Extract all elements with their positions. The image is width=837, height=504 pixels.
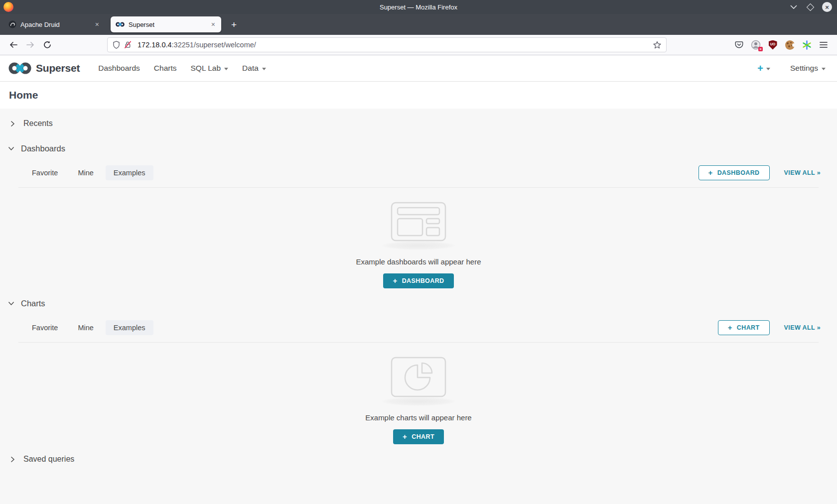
minimize-button[interactable] (789, 2, 798, 11)
chevron-down-icon (8, 301, 14, 306)
icon-shadow (381, 397, 456, 406)
caret-down-icon (224, 68, 228, 70)
tab-mine[interactable]: Mine (70, 165, 101, 180)
dashboards-subtabs: Favorite Mine Examples (24, 165, 153, 180)
cookie-extension-icon[interactable] (781, 37, 798, 52)
caret-down-icon (262, 68, 266, 70)
saved-queries-label: Saved queries (23, 455, 74, 464)
plus-icon: + (728, 324, 732, 331)
settings-menu[interactable]: Settings (790, 64, 826, 73)
chevron-down-icon (8, 146, 14, 151)
charts-actions: + CHART VIEW ALL » (718, 320, 821, 335)
recents-section-toggle[interactable]: Recents (0, 117, 837, 130)
close-button[interactable]: × (822, 2, 832, 12)
nav-charts[interactable]: Charts (147, 55, 184, 81)
reload-button[interactable] (39, 37, 56, 52)
forward-button[interactable] (22, 37, 39, 52)
insecure-lock-icon[interactable] (124, 41, 132, 49)
dashboards-actions: + DASHBOARD VIEW ALL » (698, 165, 821, 180)
tab-close-icon[interactable]: × (94, 21, 100, 28)
back-button[interactable] (5, 37, 22, 52)
dashboards-view-all-link[interactable]: VIEW ALL » (784, 169, 821, 176)
charts-toolbar: Favorite Mine Examples + CHART VIEW ALL … (0, 320, 837, 335)
chevron-right-icon (10, 121, 15, 127)
new-chart-button[interactable]: + CHART (718, 320, 770, 335)
tab-label: Superset (129, 21, 154, 28)
toolbar-extensions: × UO (730, 37, 832, 52)
menu-hamburger-icon[interactable] (815, 37, 832, 52)
superset-logo-icon (8, 61, 31, 75)
tab-apache-druid[interactable]: Apache Druid × (3, 16, 105, 32)
bookmark-star-icon[interactable] (653, 41, 661, 49)
plus-icon: + (393, 277, 397, 284)
icon-shadow (381, 241, 456, 250)
plus-icon: + (708, 169, 713, 176)
tab-bar: Apache Druid × Superset × + (0, 14, 837, 35)
ublock-origin-icon[interactable]: UO (764, 37, 781, 52)
empty-new-dashboard-button[interactable]: + DASHBOARD (383, 273, 453, 288)
url-text: 172.18.0.4:32251/superset/welcome/ (138, 41, 256, 49)
dashboards-section-label: Dashboards (21, 144, 65, 153)
pocket-icon[interactable] (730, 37, 747, 52)
caret-down-icon (766, 68, 770, 70)
url-host: 172.18.0.4 (138, 41, 172, 49)
tab-favorite[interactable]: Favorite (24, 320, 66, 335)
dashboards-toolbar: Favorite Mine Examples + DASHBOARD VIEW … (0, 165, 837, 180)
tab-favorite[interactable]: Favorite (24, 165, 66, 180)
home-content: Recents Dashboards Favorite Mine Example… (0, 109, 837, 504)
new-tab-button[interactable]: + (228, 19, 240, 30)
tracking-shield-icon[interactable] (113, 41, 120, 49)
tab-examples[interactable]: Examples (106, 165, 153, 180)
superset-brand[interactable]: Superset (8, 61, 80, 75)
caret-down-icon (822, 68, 826, 70)
nav-sql-lab[interactable]: SQL Lab (184, 55, 236, 81)
maximize-button[interactable] (806, 2, 815, 11)
recents-label: Recents (23, 119, 53, 128)
window-title: Superset — Mozilla Firefox (0, 3, 837, 11)
charts-view-all-link[interactable]: VIEW ALL » (784, 324, 821, 331)
chevron-right-icon (10, 456, 15, 463)
page-title: Home (0, 82, 837, 109)
empty-new-chart-button[interactable]: + CHART (393, 429, 444, 444)
plus-icon: + (757, 63, 763, 73)
charts-section-label: Charts (21, 299, 45, 308)
tab-close-icon[interactable]: × (210, 21, 216, 28)
dashboards-section-toggle[interactable]: Dashboards (0, 141, 837, 155)
nav-links: Dashboards Charts SQL Lab Data (91, 55, 273, 81)
superset-favicon (116, 21, 125, 27)
druid-favicon (8, 20, 16, 28)
nav-dashboards[interactable]: Dashboards (91, 55, 147, 81)
firefox-window: Superset — Mozilla Firefox × Apache Drui… (0, 0, 837, 504)
charts-empty-state: Example charts will appear here + CHART (0, 343, 837, 444)
plus-icon: + (403, 433, 407, 440)
charts-empty-text: Example charts will appear here (365, 413, 471, 422)
close-icon: × (825, 4, 829, 10)
tab-examples[interactable]: Examples (106, 320, 153, 335)
brand-name: Superset (36, 62, 80, 74)
firefox-logo-icon (3, 2, 13, 12)
new-item-menu[interactable]: + (757, 63, 770, 73)
new-dashboard-button[interactable]: + DASHBOARD (698, 165, 770, 180)
superset-navbar: Superset Dashboards Charts SQL Lab Data … (0, 55, 837, 82)
url-bar[interactable]: 172.18.0.4:32251/superset/welcome/ (107, 37, 667, 52)
dashboards-empty-text: Example dashboards will appear here (356, 257, 481, 266)
account-extension-icon[interactable]: × (747, 37, 764, 52)
dashboard-placeholder-icon (391, 202, 446, 242)
asterisk-extension-icon[interactable] (798, 37, 815, 52)
dashboards-empty-state: Example dashboards will appear here + DA… (0, 188, 837, 288)
charts-subtabs: Favorite Mine Examples (24, 320, 153, 335)
tab-superset[interactable]: Superset × (111, 16, 221, 32)
chart-placeholder-icon (391, 357, 446, 397)
window-controls: × (789, 0, 832, 14)
tab-mine[interactable]: Mine (70, 320, 101, 335)
browser-toolbar: 172.18.0.4:32251/superset/welcome/ × (0, 35, 837, 55)
charts-section-toggle[interactable]: Charts (0, 296, 837, 310)
error-badge: × (758, 47, 763, 51)
titlebar: Superset — Mozilla Firefox × (0, 0, 837, 14)
navbar-right: + Settings (757, 63, 829, 73)
saved-queries-section-toggle[interactable]: Saved queries (0, 452, 837, 466)
url-path: :32251/superset/welcome/ (172, 41, 256, 49)
tab-label: Apache Druid (20, 21, 60, 28)
nav-data[interactable]: Data (235, 55, 273, 81)
